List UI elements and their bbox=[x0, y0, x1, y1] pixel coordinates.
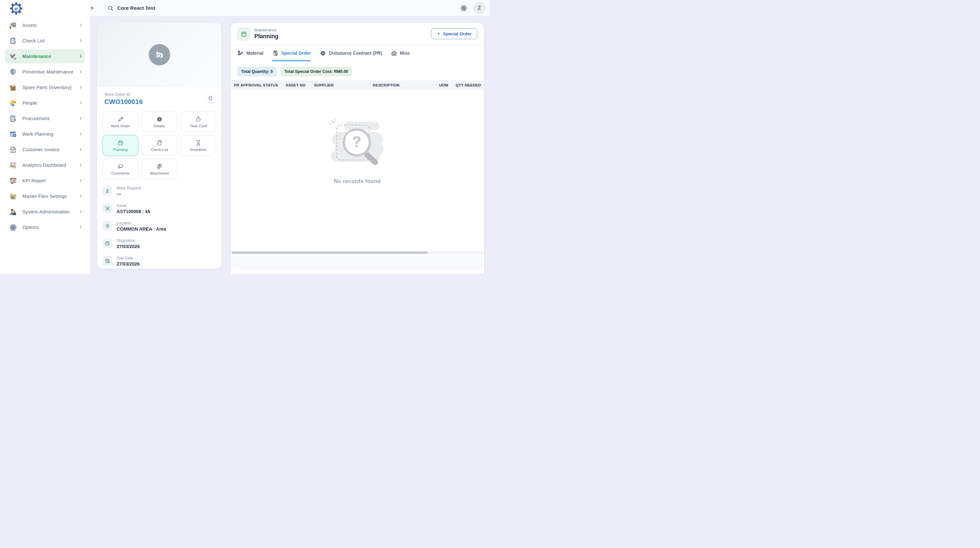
sidebar-item-label: System Administration bbox=[22, 209, 70, 214]
svg-text:$: $ bbox=[14, 147, 14, 148]
work-order-card: Work Order ID CWO100016 Work Order Detai… bbox=[97, 23, 222, 269]
refresh-button[interactable] bbox=[205, 93, 215, 103]
search-input[interactable] bbox=[117, 5, 253, 11]
customer-invoice-icon: INVOICE$ bbox=[10, 146, 17, 154]
column-header[interactable]: SUPPLIER bbox=[314, 83, 373, 87]
order-document-icon bbox=[272, 50, 279, 56]
chevron-right-icon: › bbox=[80, 208, 82, 216]
assets-icon: $ bbox=[10, 22, 17, 29]
planning-panel: Maintenance Planning + Special Order Mat… bbox=[231, 23, 484, 274]
check-list-icon bbox=[10, 37, 17, 45]
sidebar-item-work-planning[interactable]: Work Planning › bbox=[5, 127, 85, 141]
breadcrumb: Maintenance bbox=[255, 28, 278, 32]
topbar-actions: Z bbox=[460, 0, 485, 16]
sidebar-item-label: Master Files Settings bbox=[22, 194, 67, 199]
chevron-right-icon: › bbox=[80, 146, 82, 154]
chevron-right-icon: › bbox=[80, 161, 82, 169]
sidebar-item-label: Analytics Dashboard bbox=[22, 163, 66, 168]
sidebar-item-analytics-dashboard[interactable]: Analytics Dashboard › bbox=[5, 158, 85, 172]
scrollbar-thumb[interactable] bbox=[231, 251, 428, 254]
detail-location: Location COMMON AREA : Area bbox=[102, 221, 215, 232]
chevron-right-icon: › bbox=[80, 99, 82, 107]
sidebar-item-master-files-settings[interactable]: Master Files Settings › bbox=[5, 189, 85, 203]
sidebar-item-options[interactable]: Options › bbox=[5, 220, 85, 235]
sidebar-item-people[interactable]: People › bbox=[5, 96, 85, 110]
work-order-header: Work Order ID CWO100016 bbox=[97, 87, 221, 108]
info-icon bbox=[156, 116, 163, 122]
kpi-report-icon: KPI bbox=[10, 177, 17, 184]
main-content: Work Order ID CWO100016 Work Order Detai… bbox=[91, 16, 490, 274]
spare-parts-icon bbox=[10, 84, 17, 91]
gear-wrench-icon bbox=[320, 50, 326, 57]
sidebar-item-procurement[interactable]: Procurement › bbox=[5, 111, 85, 125]
check-list-tab-button[interactable]: Check List bbox=[141, 135, 177, 156]
tab-misc[interactable]: Misc bbox=[391, 45, 410, 61]
sidebar-item-label: Procurement bbox=[22, 116, 49, 121]
chevron-right-icon: › bbox=[80, 84, 82, 92]
camera-plus-icon bbox=[154, 49, 165, 60]
pen-icon bbox=[117, 116, 124, 122]
downtime-tab-button[interactable]: Downtime bbox=[180, 135, 216, 156]
sidebar-item-assets[interactable]: $ Assets › bbox=[5, 18, 85, 32]
sidebar-item-label: Maintenance bbox=[22, 54, 51, 59]
app-logo-gear-icon[interactable]: e bbox=[10, 2, 23, 15]
attachment-tab-button[interactable]: Attachment bbox=[141, 159, 177, 179]
detail-work-request: Work Request — bbox=[102, 186, 215, 197]
column-header[interactable]: UOM bbox=[439, 83, 456, 87]
documents-icon bbox=[156, 163, 163, 170]
tab-outsource-contract[interactable]: Outsource Contract (PR) bbox=[320, 45, 382, 61]
planning-tab-button[interactable]: Planning bbox=[102, 135, 138, 156]
column-header[interactable]: ASSET NO bbox=[285, 83, 314, 87]
table-header: PR APPROVAL STATUS ASSET NO SUPPLIER DES… bbox=[231, 80, 484, 90]
sidebar-item-maintenance[interactable]: Maintenance › bbox=[5, 49, 85, 64]
people-icon bbox=[10, 99, 17, 107]
column-header[interactable]: QTY NEEDED bbox=[456, 83, 484, 87]
horizontal-scrollbar[interactable] bbox=[231, 251, 483, 254]
sidebar-item-label: Work Planning bbox=[22, 132, 53, 137]
work-planning-icon bbox=[10, 130, 17, 138]
details-tab-button[interactable]: Details bbox=[141, 111, 177, 132]
time-card-tab-button[interactable]: Time Card bbox=[180, 111, 216, 132]
sidebar-nav: $ Assets › Check List › Maintenance › Pr… bbox=[0, 17, 90, 236]
comments-tab-button[interactable]: Comments bbox=[102, 159, 138, 179]
tab-special-order[interactable]: Special Order bbox=[272, 45, 311, 61]
sidebar: e $ Assets › Check List › Maintenance › … bbox=[0, 0, 91, 274]
svg-text:?: ? bbox=[352, 133, 361, 150]
system-administration-icon bbox=[10, 208, 17, 216]
work-order-id-label: Work Order ID bbox=[104, 92, 215, 97]
detail-origination: Origination 27/03/2026 bbox=[102, 238, 215, 249]
user-avatar[interactable]: Z bbox=[473, 2, 485, 14]
work-order-tab-button[interactable]: Work Order bbox=[102, 111, 138, 132]
planning-tabs: Material Special Order Outsource Contrac… bbox=[231, 45, 484, 61]
hourglass-icon bbox=[195, 140, 202, 146]
sidebar-item-system-administration[interactable]: System Administration › bbox=[5, 205, 85, 219]
total-quantity-chip: Total Quantity: 0 bbox=[237, 67, 277, 76]
calendar-clock-icon bbox=[102, 256, 112, 265]
add-photo-button[interactable] bbox=[149, 44, 170, 65]
map-pin-icon bbox=[102, 221, 112, 230]
sidebar-item-label: Check List bbox=[22, 38, 45, 43]
refresh-icon bbox=[208, 96, 213, 101]
chevron-right-icon: › bbox=[80, 21, 82, 30]
chevron-right-icon: › bbox=[80, 114, 82, 123]
column-header[interactable]: PR APPROVAL STATUS bbox=[231, 83, 285, 87]
chevron-right-icon: › bbox=[80, 192, 82, 200]
sidebar-item-kpi-report[interactable]: KPI KPI Report › bbox=[5, 173, 85, 188]
add-special-order-button[interactable]: + Special Order bbox=[431, 28, 477, 39]
settings-gear-icon[interactable] bbox=[460, 5, 467, 12]
panel-footer bbox=[232, 256, 482, 269]
work-order-details: Work Request — Asset AST100008 : kk Lo bbox=[102, 186, 215, 267]
sidebar-item-customer-invoice[interactable]: INVOICE$ Customer Invoice › bbox=[5, 143, 85, 157]
sidebar-item-preventive-maintenance[interactable]: Preventive Maintenance › bbox=[5, 65, 85, 79]
tab-material[interactable]: Material bbox=[237, 45, 264, 61]
column-header[interactable]: DESCRIPTION bbox=[373, 83, 439, 87]
summary-chips: Total Quantity: 0 Total Special Order Co… bbox=[231, 61, 484, 76]
no-records-illustration: ? bbox=[325, 119, 390, 170]
global-search bbox=[108, 0, 253, 16]
empty-state: ? No records found bbox=[231, 119, 484, 184]
svg-text:e: e bbox=[14, 5, 18, 13]
analytics-dashboard-icon bbox=[10, 162, 17, 169]
sidebar-item-spare-parts[interactable]: Spare Parts (Inventory) › bbox=[5, 80, 85, 95]
sidebar-item-check-list[interactable]: Check List › bbox=[5, 34, 85, 48]
svg-text:KPI: KPI bbox=[12, 183, 13, 184]
